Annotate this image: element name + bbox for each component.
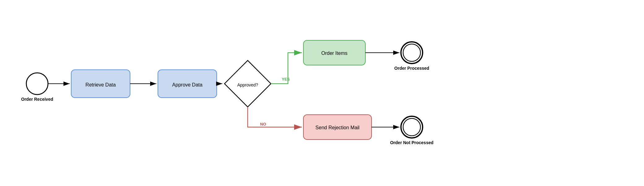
order-items-label: Order Items [321, 51, 347, 56]
start-event [26, 73, 48, 95]
no-label: NO [260, 122, 266, 126]
end-processed-label: Order Processed [394, 66, 429, 71]
retrieve-data-label: Retrieve Data [85, 82, 116, 87]
rejection-mail-label: Send Rejection Mail [315, 125, 359, 130]
end-not-processed-inner [403, 118, 420, 136]
yes-label: YES [282, 77, 290, 82]
approve-data-label: Approve Data [172, 82, 202, 87]
end-not-processed-label: Order Not Processed [390, 140, 433, 145]
end-processed-inner [403, 44, 420, 61]
decision-label: Approved? [237, 82, 258, 87]
start-label: Order Received [21, 97, 53, 102]
arrow-no [248, 107, 302, 127]
